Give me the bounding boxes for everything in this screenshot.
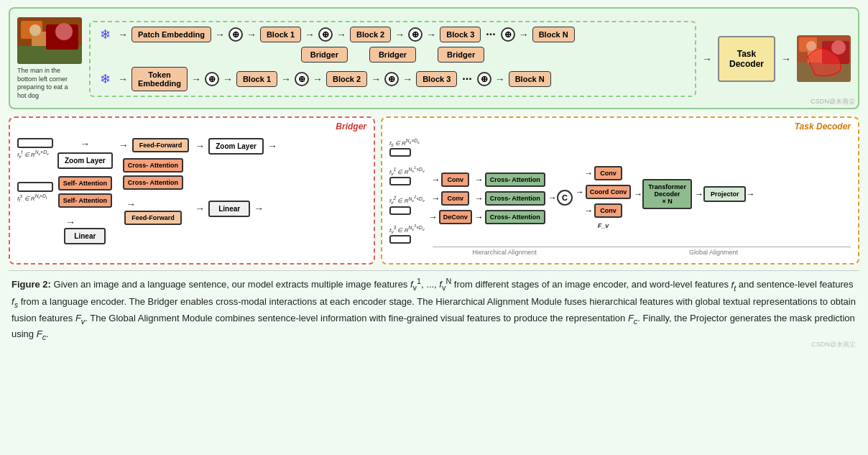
td-cross-att-3: Cross- Attention: [485, 210, 545, 224]
block2-lang: Block 2: [326, 71, 367, 87]
arr-zoom1: →: [80, 138, 90, 150]
conv1-box: Conv: [441, 173, 469, 187]
ft-label: fts ∈ RNt×Dt: [17, 193, 53, 203]
token-embedding-box: TokenEmbedding: [131, 67, 188, 91]
bridger-col1: → Zoom Layer Self- Attention Self- Atten…: [57, 138, 113, 244]
arr5: →: [336, 29, 346, 40]
fv-out-label: F_v: [598, 222, 609, 229]
zoom2-row: → Zoom Layer →: [193, 138, 279, 155]
block1-lang: Block 1: [236, 71, 277, 87]
bridger-panel-label: Bridger: [336, 121, 366, 132]
input-group-ft: fts ∈ RNt×Dt: [17, 182, 53, 203]
arr8: →: [519, 29, 529, 40]
block3-lang: Block 3: [416, 71, 457, 87]
task-decoder-box: TaskDecoder: [718, 36, 775, 82]
arr16: →: [495, 73, 505, 85]
conv4-box: Conv: [594, 203, 622, 218]
arr-out-zoom2: →: [267, 140, 277, 152]
td-panel-label: Task Decoder: [795, 121, 851, 132]
zoom-layer-1: Zoom Layer: [57, 152, 113, 169]
deconv-row: → DeConv: [429, 210, 472, 224]
cross-att-group: Cross- Attention Cross- Attention: [123, 158, 183, 190]
dots-1: ···: [486, 28, 495, 41]
bridger-col2: → Feed-Forward Cross- Attention Cross- A…: [117, 138, 190, 225]
input-group-fv: fvt ∈ RNv×Dv: [17, 138, 53, 159]
arr-out: →: [781, 53, 791, 65]
fv-label: fvt ∈ RNv×Dv: [17, 150, 53, 159]
plus-5: ⊕: [205, 72, 219, 86]
language-encoder-row: ❄ → TokenEmbedding → ⊕ → Block 1 → ⊕ → B…: [96, 67, 689, 91]
cross-att-td-col: → Cross- Attention → Cross- Attention → …: [475, 173, 545, 224]
fv1-box: [389, 177, 411, 185]
section-labels-row: Hierarchical Alignment Global Alignment: [433, 247, 851, 256]
feed-forward-1: Feed-Forward: [132, 138, 190, 152]
global-label: Global Alignment: [576, 247, 851, 256]
svg-point-6: [55, 23, 73, 40]
td-cross-att-1: Cross- Attention: [485, 173, 545, 187]
arr4: →: [305, 29, 315, 40]
transformer-decoder-box: TransformerDecoder× N: [642, 179, 692, 209]
plus-6: ⊕: [295, 72, 309, 86]
bridger-panel: Bridger fvt ∈ RNv×Dv fts ∈ RNt×Dt: [9, 116, 375, 265]
cross-att-2: Cross- Attention: [123, 175, 183, 190]
conv3-row: → Conv: [584, 166, 622, 180]
plus-2: ⊕: [318, 27, 333, 42]
linear-2: Linear: [208, 201, 250, 217]
main-container: The man in the bottom left corner prepar…: [0, 0, 868, 355]
fv-box: [17, 138, 53, 148]
task-decoder-panel: Task Decoder fs ∈ RNs×Ds fv1 ∈ RNv1×Dv f…: [381, 116, 859, 265]
fv2-math: fv2 ∈ RNv2×Dv: [389, 194, 425, 205]
plus-3: ⊕: [408, 27, 423, 42]
cross-att-1: Cross- Attention: [123, 158, 183, 173]
arr-concat: →: [548, 193, 557, 203]
arr-dc: →: [429, 212, 438, 222]
bridger-3: Bridger: [438, 47, 484, 63]
snowflake-lang: ❄: [100, 71, 111, 87]
bridger-2: Bridger: [369, 47, 416, 63]
left-side: The man in the bottom left corner prepar…: [17, 17, 82, 101]
block1-vision: Block 1: [260, 27, 301, 42]
transformer-group: → TransformerDecoder× N: [634, 179, 692, 209]
fv1-math: fv1 ∈ RNv1×Dv: [389, 165, 425, 176]
fv3-math: fv3 ∈ RNv3×Dv: [389, 224, 425, 234]
plus-7: ⊕: [384, 72, 399, 86]
bridger-col3: → Zoom Layer → → Linear →: [193, 138, 279, 217]
conv-col: → Conv → Conv → DeConv: [429, 173, 472, 224]
arr-c1: →: [431, 175, 440, 185]
arr-ff1: →: [119, 139, 129, 151]
catt2-row: → Cross- Attention: [475, 191, 545, 206]
arr-g3: →: [584, 206, 593, 216]
fs-box: [389, 148, 411, 157]
deconv-box: DeConv: [439, 210, 472, 224]
arr10: →: [191, 73, 201, 85]
fs-label-group: fs ∈ RNs×Ds: [389, 138, 425, 157]
projector-box: Projector: [703, 186, 747, 202]
arr-out-lin2: →: [254, 203, 264, 214]
block3-vision: Block 3: [440, 27, 481, 42]
feed-forward-2: Feed-Forward: [124, 211, 182, 225]
bridger-left-inputs: fvt ∈ RNv×Dv fts ∈ RNt×Dt: [17, 138, 53, 203]
arr2: →: [215, 29, 225, 40]
watermark-bottom: CSDN@水燕尘: [811, 340, 856, 349]
patch-embedding-box: Patch Embedding: [131, 27, 211, 42]
bridger-diagram-layout: fvt ∈ RNv×Dv fts ∈ RNt×Dt → Zoom Layer S…: [17, 138, 366, 244]
self-att-1: Self- Attention: [58, 176, 112, 190]
fv3-label-group: fv3 ∈ RNv3×Dv: [389, 224, 425, 244]
conv2-box: Conv: [441, 191, 469, 206]
linear2-row: → Linear →: [193, 201, 265, 217]
fs-math: fs ∈ RNs×Ds: [389, 138, 425, 147]
conv3-box: Conv: [594, 166, 622, 180]
arr-g1: →: [584, 168, 593, 178]
td-layout: fs ∈ RNs×Ds fv1 ∈ RNv1×Dv fv2 ∈ RNv2×Dv …: [389, 138, 851, 244]
blockN-vision: Block N: [532, 27, 575, 42]
catt1-row: → Cross- Attention: [475, 173, 545, 187]
td-labels-col: fs ∈ RNs×Ds fv1 ∈ RNv1×Dv fv2 ∈ RNv2×Dv …: [389, 138, 425, 244]
arr6: →: [394, 29, 405, 40]
conv1-row: → Conv: [431, 173, 469, 187]
fv3-box: [389, 235, 411, 244]
self-att-col: Self- Attention Self- Attention: [58, 176, 112, 208]
arr-td: →: [702, 53, 712, 65]
top-watermark: CSDN@水燕尘: [811, 97, 855, 106]
self-att-group: Self- Attention Self- Attention: [58, 176, 112, 208]
bridger-1: Bridger: [301, 47, 348, 63]
